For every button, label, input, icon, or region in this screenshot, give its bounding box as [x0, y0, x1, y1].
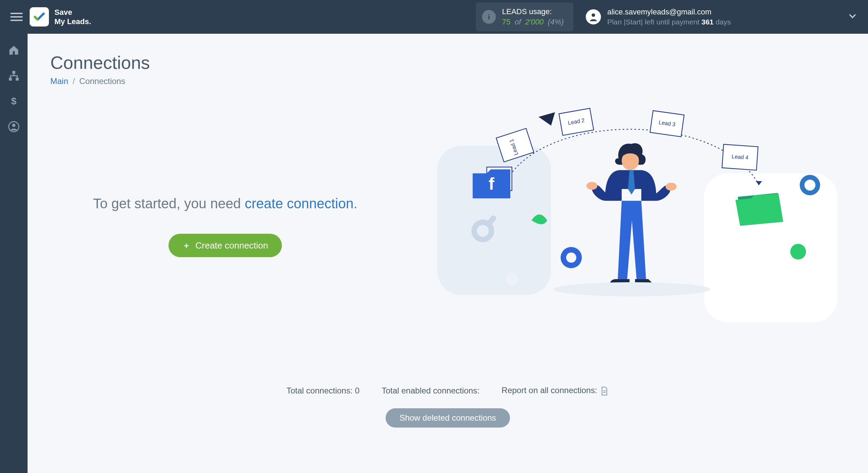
svg-point-0: [592, 13, 595, 17]
account-menu[interactable]: alice.savemyleads@gmail.com Plan |Start|…: [586, 7, 858, 27]
info-icon[interactable]: i: [482, 10, 496, 24]
svg-text:$: $: [11, 96, 17, 106]
svg-point-25: [553, 282, 710, 296]
account-email: alice.savemyleads@gmail.com: [607, 7, 731, 17]
brand-line1: Save: [54, 8, 91, 17]
plus-icon: ＋: [182, 240, 191, 251]
document-icon: [600, 386, 609, 396]
avatar: [586, 9, 601, 24]
account-plan: Plan |Start| left until payment 361 days: [607, 17, 731, 27]
leads-usage-box: i LEADS usage: 75 of 2'000 (4%): [476, 2, 573, 31]
create-connection-link[interactable]: create connection: [245, 196, 354, 211]
dollar-icon: $: [9, 95, 19, 107]
breadcrumb-main[interactable]: Main: [50, 76, 68, 86]
leads-used: 75: [502, 18, 510, 26]
leads-of-word: of: [515, 18, 521, 26]
user-icon: [588, 12, 599, 22]
leads-label: LEADS usage:: [502, 7, 564, 17]
leads-pct: (4%): [548, 18, 564, 26]
svg-point-20: [790, 244, 806, 260]
svg-text:f: f: [489, 174, 494, 193]
sidebar-item-home[interactable]: [7, 43, 21, 57]
topbar: Save My Leads. i LEADS usage: 75 of 2'00…: [0, 0, 868, 34]
checkmark-icon: [33, 10, 46, 23]
brand-name: Save My Leads.: [54, 8, 91, 27]
page-title: Connections: [50, 52, 845, 73]
create-connection-button[interactable]: ＋ Create connection: [169, 234, 282, 257]
svg-point-24: [666, 183, 677, 191]
brand-line2: My Leads.: [54, 17, 91, 27]
svg-rect-3: [16, 78, 19, 81]
stat-total: Total connections: 0: [286, 386, 359, 396]
main-content: Connections Main / Connections To get st…: [28, 34, 868, 473]
svg-point-23: [586, 182, 598, 190]
home-icon: [8, 44, 20, 56]
breadcrumb-sep: /: [73, 76, 75, 86]
svg-rect-1: [12, 71, 16, 74]
show-deleted-button[interactable]: Show deleted connections: [386, 408, 510, 428]
user-circle-icon: [8, 121, 19, 132]
chevron-down-icon: [847, 11, 858, 23]
leads-total: 2'000: [525, 18, 543, 26]
breadcrumb: Main / Connections: [50, 76, 845, 86]
stat-total-value: 0: [355, 386, 359, 395]
report-download-button[interactable]: [600, 386, 609, 396]
stat-enabled: Total enabled connections:: [381, 386, 479, 396]
menu-toggle-button[interactable]: [10, 11, 23, 23]
sidebar-item-billing[interactable]: $: [7, 94, 21, 108]
svg-text:Lead 4: Lead 4: [732, 154, 749, 160]
breadcrumb-current: Connections: [79, 76, 125, 86]
stats-row: Total connections: 0 Total enabled conne…: [50, 386, 845, 396]
empty-state-illustration: Lead 1 Lead 2 Lead 3 Lead 4: [414, 107, 845, 344]
sidebar-item-connections[interactable]: [7, 69, 21, 83]
svg-rect-2: [9, 78, 12, 81]
cta-text: To get started, you need create connecti…: [50, 194, 400, 213]
sidebar-item-account[interactable]: [7, 120, 21, 134]
illustration-svg: Lead 1 Lead 2 Lead 3 Lead 4: [414, 107, 845, 377]
svg-point-21: [506, 273, 518, 285]
sitemap-icon: [8, 70, 20, 82]
stat-report: Report on all connections:: [502, 386, 609, 396]
sidebar: $: [0, 34, 28, 473]
app-logo[interactable]: [30, 7, 49, 27]
svg-point-6: [12, 124, 15, 127]
create-connection-button-label: Create connection: [195, 240, 268, 251]
